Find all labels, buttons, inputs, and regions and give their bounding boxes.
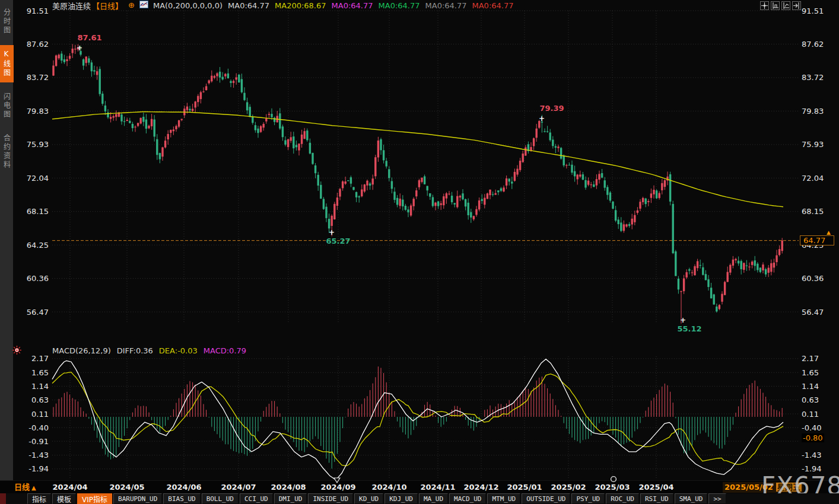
axis-tick: 72.04 <box>18 174 49 183</box>
ma-value-0: MA(0,200,0,0,0,0) <box>153 1 223 10</box>
indicator-alert-icon[interactable] <box>12 346 21 357</box>
axis-tick: -1.43 <box>802 451 822 460</box>
axis-tick: 0.11 <box>18 410 49 419</box>
price-annotation: 65.27 <box>319 237 357 245</box>
y-axis-scale-icon[interactable] <box>771 1 780 10</box>
month-label: 2025/04 <box>637 481 675 494</box>
price-annotation: 79.39 <box>533 104 571 113</box>
add-indicator-icon[interactable]: ⊕ <box>128 1 135 9</box>
axis-tick: 75.93 <box>18 140 49 149</box>
axis-tick: 68.15 <box>802 207 824 216</box>
axis-tick: 2.17 <box>18 354 49 363</box>
macd-header-seg-0: MACD(26,12,9) <box>52 346 111 355</box>
price-annotation: 55.12 <box>670 324 708 333</box>
chart-header: 美原油连续【日线】 ⊕ MA(0,200,0,0,0,0)MA0:64.77MA… <box>52 1 519 10</box>
ma-value-1: MA0:64.77 <box>228 1 269 10</box>
axis-tick: -1.94 <box>18 464 49 473</box>
indicator-button-cci_ud[interactable]: CCI_UD <box>240 493 273 504</box>
axis-tick: 64.25 <box>18 241 49 250</box>
indicator-button-roc_ud[interactable]: ROC_UD <box>606 493 639 504</box>
indicator-button-kdj_ud[interactable]: KDJ_UD <box>384 493 418 504</box>
axis-tick: -1.43 <box>18 451 49 460</box>
indicator-button-barupdn_ud[interactable]: BARUPDN_UD <box>113 493 162 504</box>
extreme-cross-marker: + <box>539 116 545 122</box>
indicator-button-rsi_ud[interactable]: RSI_UD <box>640 493 673 504</box>
axis-tick: 91.51 <box>802 7 824 15</box>
pan-icon[interactable] <box>760 1 769 10</box>
month-label: 2025/02 <box>549 481 587 494</box>
axis-tick: 91.51 <box>18 7 49 15</box>
sidebar-item-time-chart[interactable]: 分时图 <box>0 4 14 40</box>
macd-header-seg-1: DIFF:0.36 <box>117 346 153 355</box>
toolbar-tab-0[interactable]: 指标 <box>27 493 51 504</box>
month-label: 2025/01 <box>506 481 544 494</box>
axis-tick: 1.14 <box>18 382 49 391</box>
indicator-button-kd_ud[interactable]: KD_UD <box>354 493 383 504</box>
axis-tick: 87.62 <box>18 40 49 49</box>
macd-header: MACD(26,12,9)DIFF:0.36DEA:-0.03MACD:0.79 <box>52 346 252 355</box>
indicator-button-bias_ud[interactable]: BIAS_UD <box>163 493 200 504</box>
axis-tick: 79.83 <box>18 107 49 116</box>
chart-tools <box>760 1 801 10</box>
month-label: 2024/06 <box>165 481 203 494</box>
indicator-button-mtm_ud[interactable]: MTM_UD <box>487 493 520 504</box>
toolbar-tab-2[interactable]: VIP指标 <box>77 493 112 504</box>
price-up-arrow-icon: ▲ <box>827 230 831 235</box>
chart-settings-icon[interactable] <box>139 1 148 10</box>
axis-tick: -0.40 <box>802 423 822 432</box>
sidebar-item-contract-info[interactable]: 合约资料 <box>0 129 14 174</box>
timeline-marker-circle-icon <box>610 474 617 485</box>
current-price-value: 64.77 <box>803 236 825 245</box>
ma-value-5: MA0:64.77 <box>425 1 467 10</box>
indicator-button-psy_ud[interactable]: PSY_UD <box>571 493 605 504</box>
indicator-button-macd_ud[interactable]: MACD_UD <box>449 493 486 504</box>
sidebar: 分时图K线图闪电图合约资料 <box>0 0 13 480</box>
indicator-button-boll_ud[interactable]: BOLL_UD <box>202 493 239 504</box>
ma-value-4: MA0:64.77 <box>379 1 420 10</box>
axis-tick: 60.36 <box>18 274 49 283</box>
axis-tick: 75.93 <box>802 140 824 149</box>
indicator-button-inside_ud[interactable]: INSIDE_UD <box>308 493 353 504</box>
axis-tick: 0.63 <box>18 395 49 404</box>
jump-to-latest-icon[interactable] <box>792 1 801 10</box>
axis-tick: 2.17 <box>802 354 819 363</box>
axis-tick: 83.72 <box>802 73 824 82</box>
axis-tick: 68.15 <box>18 207 49 216</box>
period-label[interactable]: 日线▲ <box>14 481 36 495</box>
symbol-title: 美原油连续 <box>52 2 91 11</box>
indicator-button-sma_ud[interactable]: SMA_UD <box>675 493 708 504</box>
axis-tick: 0.11 <box>802 410 819 419</box>
axis-tick: 1.65 <box>18 368 49 377</box>
sidebar-item-flash-chart[interactable]: 闪电图 <box>0 88 14 124</box>
period-tag: 【日线】 <box>92 2 123 11</box>
axis-tick: 83.72 <box>18 73 49 82</box>
axis-tick: 87.62 <box>802 40 824 49</box>
indicator-button-outside_ud[interactable]: OUTSIDE_UD <box>522 493 570 504</box>
extreme-cross-marker: + <box>77 45 82 51</box>
macd-current-value-chip: -0.80 <box>802 433 824 442</box>
month-label: 2024/12 <box>462 481 500 494</box>
toolbar-more-button[interactable]: >> <box>708 493 726 504</box>
month-label: 2024/08 <box>269 481 307 494</box>
axis-tick: 60.36 <box>802 274 824 283</box>
x-axis-scale-icon[interactable] <box>781 1 790 10</box>
macd-header-seg-2: DEA:-0.03 <box>159 346 198 355</box>
axis-tick: 1.14 <box>802 382 819 391</box>
period-up-arrow-icon: ▲ <box>31 484 36 491</box>
extreme-cross-marker: + <box>329 229 335 235</box>
indicator-button-ma_ud[interactable]: MA_UD <box>419 493 448 504</box>
timeline[interactable]: 日线▲ 2024/042024/052024/062024/072024/082… <box>0 480 839 493</box>
price-annotation: 87.61 <box>71 33 109 42</box>
month-label: 2024/05 <box>108 481 146 494</box>
axis-tick: 56.47 <box>802 308 824 317</box>
toolbar-tab-1[interactable]: 模板 <box>52 493 76 504</box>
axis-tick: 1.65 <box>802 368 819 377</box>
current-price-badge: 64.77 <box>800 235 834 245</box>
axis-tick: -0.91 <box>18 437 49 446</box>
indicator-button-dmi_ud[interactable]: DMI_UD <box>274 493 307 504</box>
axis-tick: 0.63 <box>802 395 819 404</box>
macd-header-seg-3: MACD:0.79 <box>204 346 246 355</box>
month-label: 2024/10 <box>370 481 408 494</box>
chart-canvas[interactable] <box>0 0 839 504</box>
sidebar-item-kline-chart[interactable]: K线图 <box>0 45 14 82</box>
